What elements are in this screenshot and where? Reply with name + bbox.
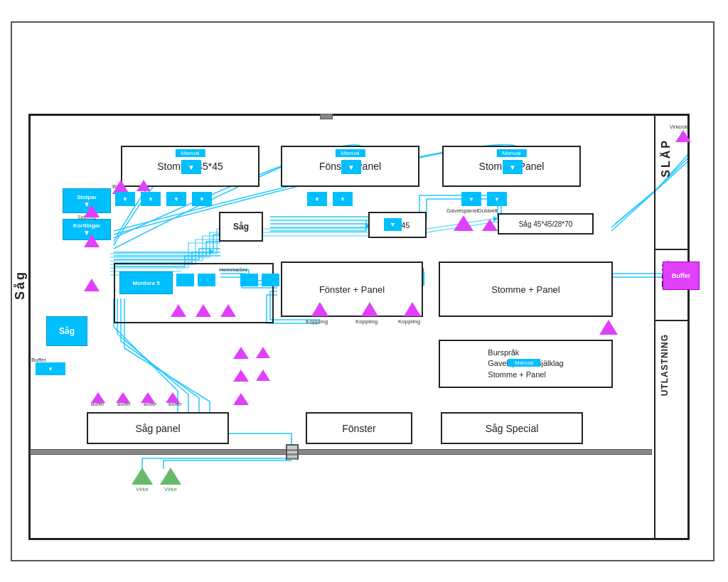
triangle-bottom-1 [91,392,105,403]
blue-station-4: ▼ [192,192,212,206]
mid-blue-2 [198,274,215,286]
triangle-gavelspanel [454,215,473,231]
hemmasnr-label: HemmaSnr [219,266,247,273]
koppling-1-label: Koppling [306,318,328,325]
bursprak-manual: Manual [508,359,540,367]
triangle-koppling-1 [171,304,186,317]
stomme-1-station-icon: ▼ [181,160,201,174]
top-divider [28,114,654,115]
page-container: Såg SLÄP TBIL UTLASTNING Stomme 45*45 Ma… [0,0,728,582]
virke-1-triangle [132,468,153,485]
triangle-col-1 [233,347,249,359]
blue-station-7: ▼ [461,192,481,206]
montora-5-station[interactable]: Montora 5 [119,271,173,294]
kortlingar-label: Kortlingar [73,222,100,229]
fonster-panel-large-box: Fönster + Panel [281,262,423,317]
virke-2-triangle [160,468,181,485]
gavelspanel-label: Gavelspanel [446,208,478,214]
sag-45-28-box[interactable]: Såg 45*45/28*70 [498,213,594,235]
triangle-dubbelt [482,219,498,231]
koppling-3-label: Koppling [398,318,420,325]
triangle-pt4 [84,235,100,247]
fonster-panel-manual: Manual [335,149,365,157]
stomme-panel-box: Stomme + Panel [439,262,613,317]
sag-special-box: Såg Special [441,412,583,444]
triangle-koppling-main-2 [361,302,378,316]
dubbelt-label: Dubbelt [478,208,498,214]
bottom-gate [286,444,299,460]
blue-station-8: ▼ [487,192,507,206]
sag-45-icon: ▼ [384,218,402,231]
stomme-panel-label: Stomme + Panel [491,284,560,295]
stomme-2-manual: Manual [496,149,526,157]
triangle-col-5 [256,370,270,381]
buffer-left-station: ▼ [36,362,65,375]
bottom-rail [30,449,652,455]
fonster-station-icon: ▼ [341,160,361,174]
triangle-bottom-3 [141,392,155,403]
buffer-left-icon: ▼ [48,366,53,372]
triangle-pt3 [84,205,100,217]
triangle-col-3 [233,393,249,405]
triangle-koppling-2 [196,304,211,317]
top-gate [320,114,333,119]
fonster-panel-large-label: Fönster + Panel [319,284,385,295]
sag-special-label: Såg Special [486,423,539,434]
sag-panel-label: Såg panel [135,423,180,434]
mid-blue-4 [262,274,279,286]
stomme-1-manual: Manual [175,149,205,157]
triangle-col-2 [233,370,249,382]
triangle-top-right [675,130,691,142]
triangle-pt2 [136,180,151,191]
slap-tbil-divider [654,249,690,250]
triangle-mid-left [84,279,100,291]
sag-machine-label: Såg [233,222,249,232]
triangle-koppling-main-3 [404,302,421,316]
triangle-koppling-3 [220,304,236,317]
triangle-right [599,320,618,335]
sag-side-label: Såg [13,270,28,300]
triangle-bottom-2 [116,392,130,403]
buffer-right-station: Buffer [663,262,700,290]
blue-station-2: ▼ [141,192,161,206]
triangle-koppling-main-1 [311,302,328,316]
stolpar-label: Stolpar [77,194,97,200]
right-divider [654,114,655,540]
koppling-2-label: Koppling [355,318,378,325]
blue-station-5: ▼ [307,192,327,206]
sag-45-28-label: Såg 45*45/28*70 [519,220,573,228]
buffer-right-label: Buffer [672,272,691,279]
slap-label: SLÄP [660,139,673,178]
fonster-box: Fönster [306,412,412,444]
sag-small-station[interactable]: Såg [46,316,87,346]
sag-small-label: Såg [59,326,75,336]
virke-1-label: Virke [136,486,149,492]
mid-blue-3 [240,274,258,286]
blue-station-3: ▼ [166,192,186,206]
triangle-col-4 [256,347,270,358]
triangle-bottom-4 [166,392,180,403]
blue-station-6: ▼ [333,192,353,206]
blue-station-1: ▼ [115,192,135,206]
bursprak-box: Burspråk Gavelspe... Bjälklag Stomme + P… [439,340,613,388]
virke-1-container: Virke [132,468,153,492]
montora-5-label: Montora 5 [132,280,159,286]
virke-top-right-label: Virke/ok [670,124,687,129]
utlastning-label: UTLASTNING [660,334,670,396]
sag-panel-box: Såg panel [87,412,229,444]
fonster-label: Fönster [342,423,375,434]
stomme-2-station-icon: ▼ [503,160,523,174]
tbil-utlastning-divider [654,320,690,321]
virke-2-container: Virke [160,468,181,492]
sag-machine-box[interactable]: Såg [219,212,263,242]
mid-blue-1 [176,274,194,286]
virke-2-label: Virke [164,486,177,492]
